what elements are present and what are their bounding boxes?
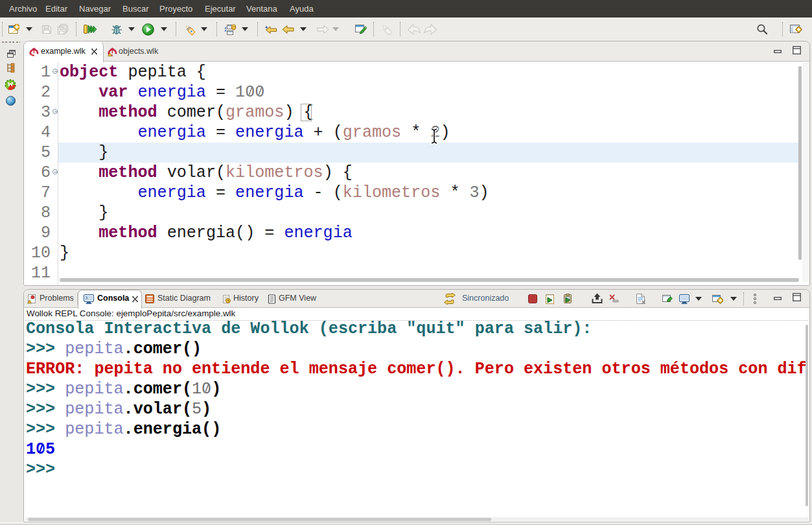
svg-text:!: !: [29, 301, 30, 304]
